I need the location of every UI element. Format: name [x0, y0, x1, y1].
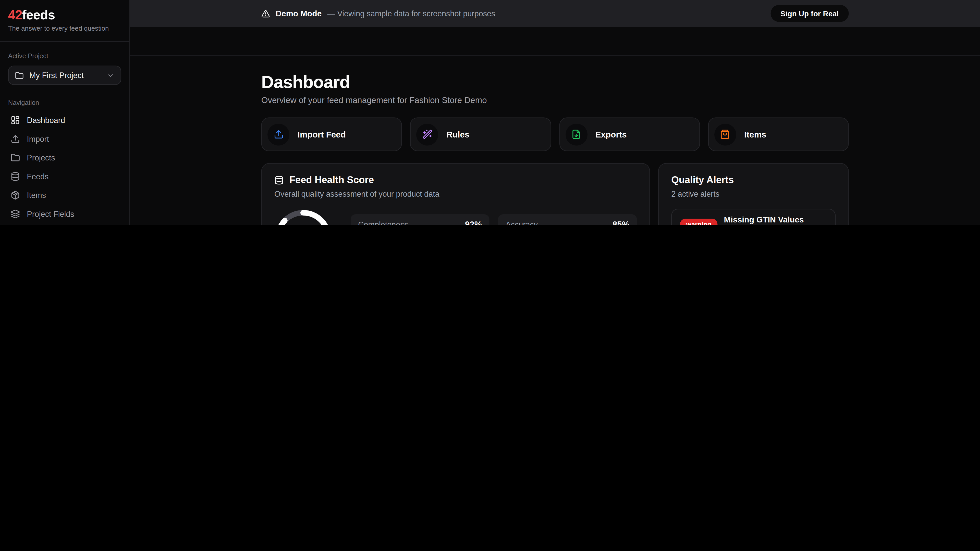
quick-action-exports[interactable]: Exports [559, 118, 700, 151]
database-icon [274, 175, 284, 185]
sidebar-item-project-fields[interactable]: Project Fields [5, 205, 124, 223]
sidebar-item-dashboard[interactable]: Dashboard [5, 111, 124, 129]
sidebar-item-items[interactable]: Items [5, 186, 124, 204]
health-metrics: Completeness92%Accuracy85%Freshness95%Co… [351, 214, 637, 225]
upload-icon [267, 124, 290, 145]
warning-triangle-icon [261, 9, 270, 18]
quick-actions-row: Import FeedRulesExportsItems [261, 118, 849, 151]
upload-icon [11, 135, 20, 144]
sidebar-nav: DashboardImportProjectsFeedsItemsProject… [0, 110, 129, 225]
quality-alerts-card: Quality Alerts 2 active alerts warningMi… [658, 163, 849, 225]
quick-action-import-feed[interactable]: Import Feed [261, 118, 402, 151]
health-card-subtitle: Overall quality assessment of your produ… [274, 190, 637, 198]
sidebar-item-templates[interactable]: Templates [5, 224, 124, 225]
chevron-down-icon [107, 71, 115, 79]
project-name: My First Project [29, 71, 84, 79]
page-title: Dashboard [261, 73, 849, 92]
dashboard-icon [11, 116, 20, 125]
database-icon [11, 171, 20, 181]
navigation-label: Navigation [8, 99, 121, 106]
sidebar-item-projects[interactable]: Projects [5, 149, 124, 167]
warning-badge: warning [680, 219, 718, 225]
alert-missing-gtin-values: warningMissing GTIN Values42 items affec… [671, 209, 835, 225]
health-score-value: 87 [274, 209, 332, 225]
demo-banner: Demo Mode — Viewing sample data for scre… [130, 0, 980, 27]
health-metric-completeness: Completeness92% [351, 214, 490, 225]
health-metric-accuracy: Accuracy85% [498, 214, 637, 225]
folder-icon [11, 153, 20, 162]
demo-mode-message: — Viewing sample data for screenshot pur… [327, 9, 495, 18]
sidebar-item-import[interactable]: Import [5, 130, 124, 148]
health-card-title: Feed Health Score [290, 174, 374, 186]
sidebar: 42feeds The answer to every feed questio… [0, 0, 130, 225]
page-content: Dashboard Overview of your feed manageme… [261, 56, 849, 225]
demo-mode-label: Demo Mode [275, 9, 321, 18]
page-subtitle: Overview of your feed management for Fas… [261, 96, 849, 106]
app-tagline: The answer to every feed question [8, 24, 121, 32]
main-area: Demo Mode — Viewing sample data for scre… [130, 0, 980, 225]
active-project-section: Active Project My First Project [0, 42, 129, 85]
quick-action-items[interactable]: Items [708, 118, 849, 151]
alert-list: warningMissing GTIN Values42 items affec… [671, 209, 835, 225]
app-logo: 42feeds [8, 8, 121, 22]
app-root: 42feeds The answer to every feed questio… [0, 0, 980, 225]
file-down-icon [565, 124, 587, 145]
health-score-gauge: 87 [274, 209, 332, 225]
alerts-title: Quality Alerts [671, 174, 835, 186]
quick-action-rules[interactable]: Rules [410, 118, 551, 151]
sign-up-button[interactable]: Sign Up for Real [770, 5, 849, 22]
feed-health-card: Feed Health Score Overall quality assess… [261, 163, 650, 225]
sidebar-item-feeds[interactable]: Feeds [5, 167, 124, 186]
health-alerts-row: Feed Health Score Overall quality assess… [261, 163, 849, 225]
layers-icon [11, 209, 20, 219]
alerts-subtitle: 2 active alerts [671, 190, 835, 198]
package-icon [11, 191, 20, 200]
project-selector[interactable]: My First Project [8, 65, 121, 85]
header-strip [130, 27, 980, 56]
logo-block: 42feeds The answer to every feed questio… [0, 0, 129, 42]
shopping-bag-icon [714, 124, 736, 145]
active-project-label: Active Project [8, 52, 121, 59]
folder-icon [15, 71, 24, 79]
wand-icon [417, 124, 438, 145]
